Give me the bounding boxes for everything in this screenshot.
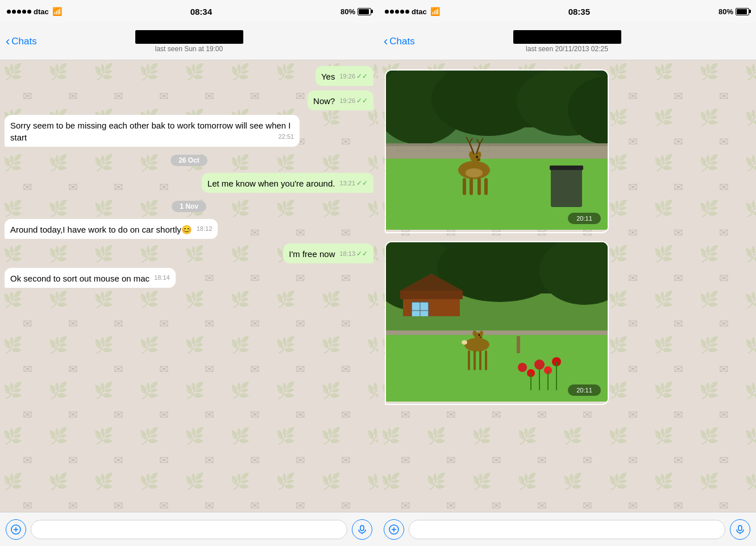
msg-row-img-1: 20:11 xyxy=(385,69,749,233)
status-bar-left: dtac 📶 08:34 80% xyxy=(0,0,378,23)
upload-icon-left xyxy=(11,524,21,535)
carrier-right: dtac xyxy=(412,7,427,16)
deer-image-1: 20:11 xyxy=(386,71,608,230)
signal-dot-r4 xyxy=(400,10,404,14)
signal-dot-1 xyxy=(7,10,11,14)
svg-rect-73 xyxy=(479,350,481,370)
left-phone-panel: dtac 📶 08:34 80% ‹ Chats last seen Sun a… xyxy=(0,0,378,546)
svg-rect-35 xyxy=(477,178,481,195)
contact-name-redacted-left xyxy=(135,30,243,44)
svg-point-67 xyxy=(473,330,477,336)
svg-point-32 xyxy=(477,159,480,161)
svg-point-75 xyxy=(462,340,467,345)
wifi-icon-right: 📶 xyxy=(430,7,440,16)
status-left-right: dtac 📶 xyxy=(385,7,440,16)
nav-bar-left: ‹ Chats last seen Sun at 19:00 xyxy=(0,23,378,60)
deer-image-2: 20:11 xyxy=(386,242,608,402)
svg-rect-33 xyxy=(463,178,466,195)
nav-center-right: last seen 20/11/2013 02:25 xyxy=(513,30,621,53)
msg-row-4: Let me know when you're around. 13:21 ✓✓ xyxy=(5,173,373,193)
bubble-4: Let me know when you're around. 13:21 ✓✓ xyxy=(202,173,373,193)
bubble-text-5: Around today,I have work to do on car sh… xyxy=(10,225,192,234)
nav-center-left: last seen Sun at 19:00 xyxy=(135,30,243,53)
message-input-right[interactable] xyxy=(409,520,725,539)
bubble-text-7: Ok second to sort out mouse on mac xyxy=(10,274,149,283)
bubble-time-7: 18:14 xyxy=(154,274,170,282)
date-divider-26oct: 26 Oct xyxy=(5,155,373,166)
status-right-right: 80% xyxy=(718,7,749,16)
battery-pct-right: 80% xyxy=(718,7,733,16)
message-input-left[interactable] xyxy=(31,520,347,539)
bubble-meta-1: 19:26 ✓✓ xyxy=(339,72,368,81)
mic-button-left[interactable] xyxy=(352,519,372,540)
bubble-text-2: Now? xyxy=(313,96,335,106)
contact-name-redacted-right xyxy=(513,30,621,44)
svg-rect-34 xyxy=(470,178,473,195)
svg-point-37 xyxy=(466,168,483,177)
back-label-left: Chats xyxy=(11,36,36,47)
check-marks-6: ✓✓ xyxy=(356,249,368,259)
check-marks-2: ✓✓ xyxy=(356,96,368,106)
bubble-meta-7: 18:14 xyxy=(154,274,170,282)
svg-rect-72 xyxy=(473,350,476,370)
bubble-meta-5: 18:12 xyxy=(197,225,213,233)
time-left: 08:34 xyxy=(190,7,212,16)
bubble-time-4: 13:21 xyxy=(339,179,355,188)
svg-point-70 xyxy=(480,337,483,338)
mic-icon-left xyxy=(357,524,367,535)
bubble-1: Yes 19:26 ✓✓ xyxy=(315,66,373,86)
wifi-icon-left: 📶 xyxy=(52,7,62,16)
check-marks-4: ✓✓ xyxy=(356,179,368,188)
battery-fill-right xyxy=(737,9,747,14)
bubble-time-1: 19:26 xyxy=(339,72,355,81)
status-right-left: 80% xyxy=(340,7,371,16)
bubble-2: Now? 19:26 ✓✓ xyxy=(308,90,373,110)
signal-dot-r1 xyxy=(385,10,389,14)
last-seen-right: last seen 20/11/2013 02:25 xyxy=(526,45,608,53)
msg-row-3: Sorry seem to be missing each other bak … xyxy=(5,115,373,147)
msg-row-5: Around today,I have work to do on car sh… xyxy=(5,219,373,239)
signal-dot-r3 xyxy=(395,10,399,14)
bubble-5: Around today,I have work to do on car sh… xyxy=(5,219,218,239)
status-bar-right: dtac 📶 08:35 80% xyxy=(378,0,756,23)
svg-rect-3 xyxy=(360,526,364,531)
svg-text:20:11: 20:11 xyxy=(576,215,592,222)
back-button-right[interactable]: ‹ Chats xyxy=(384,35,415,48)
battery-fill-left xyxy=(359,9,369,14)
input-bar-left xyxy=(0,512,378,546)
upload-button-left[interactable] xyxy=(6,519,26,540)
svg-rect-36 xyxy=(484,178,488,195)
svg-point-31 xyxy=(476,156,478,158)
battery-icon-left xyxy=(358,8,371,15)
bubble-text-3: Sorry seem to be missing each other bak … xyxy=(10,121,291,142)
back-button-left[interactable]: ‹ Chats xyxy=(6,35,37,48)
svg-text:20:11: 20:11 xyxy=(576,387,592,394)
bubble-6: I'm free now 18:13 ✓✓ xyxy=(283,243,373,263)
signal-dot-5 xyxy=(27,10,31,14)
svg-point-68 xyxy=(480,331,483,336)
bubble-text-1: Yes xyxy=(321,72,335,81)
svg-rect-46 xyxy=(400,291,463,299)
bubble-time-3: 22:51 xyxy=(279,133,294,141)
signal-dot-3 xyxy=(17,10,21,14)
msg-row-7: Ok second to sort out mouse on mac 18:14 xyxy=(5,268,373,288)
svg-rect-12 xyxy=(386,144,608,159)
bubble-text-4: Let me know when you're around. xyxy=(207,179,335,188)
svg-point-69 xyxy=(479,334,480,336)
upload-icon-right xyxy=(389,524,399,535)
img-bubble-1: 20:11 xyxy=(385,69,609,233)
svg-rect-18 xyxy=(551,167,582,207)
signal-dots-right xyxy=(385,10,409,14)
signal-dots-left xyxy=(7,10,31,14)
svg-rect-74 xyxy=(485,350,487,370)
signal-dot-r2 xyxy=(390,10,394,14)
upload-button-right[interactable] xyxy=(384,519,404,540)
signal-dot-r5 xyxy=(405,10,409,14)
svg-point-54 xyxy=(518,363,527,372)
bubble-meta-4: 13:21 ✓✓ xyxy=(339,179,368,188)
battery-icon-right xyxy=(736,8,749,15)
mic-button-right[interactable] xyxy=(730,519,750,540)
msg-row-6: I'm free now 18:13 ✓✓ xyxy=(5,243,373,263)
right-phone-panel: dtac 📶 08:35 80% ‹ Chats last seen 20/11… xyxy=(378,0,756,546)
svg-rect-71 xyxy=(468,350,470,370)
